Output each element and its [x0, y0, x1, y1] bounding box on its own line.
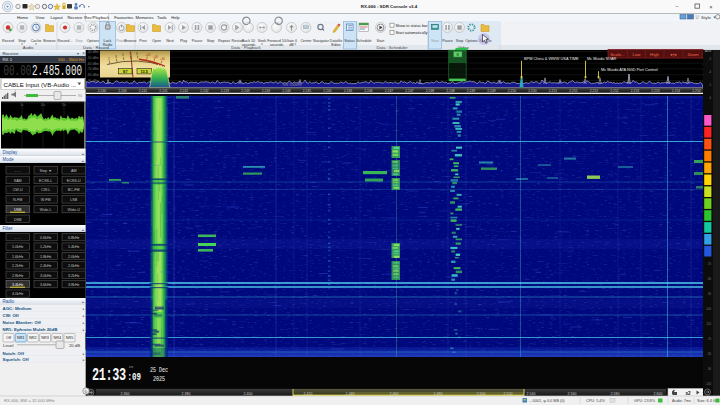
svg-text:UTC: UTC: [129, 365, 133, 368]
svg-text:Notch: Off: Notch: Off: [3, 351, 25, 356]
svg-text:Squelch: Off: Squelch: Off: [3, 357, 30, 362]
svg-text:Radio: Radio: [3, 299, 15, 304]
svg-text:-60 dBm: -60 dBm: [87, 62, 99, 66]
svg-text:Receive: Receive: [3, 51, 19, 56]
svg-text:-- 0001, ψ 0.0 MB (0): -- 0001, ψ 0.0 MB (0): [529, 399, 565, 403]
svg-text:-90: -90: [707, 292, 711, 296]
svg-text:1.6kHz: 1.6kHz: [12, 255, 24, 259]
svg-text:Record: Record: [2, 39, 14, 43]
svg-text:W-FM: W-FM: [41, 198, 51, 202]
svg-text:N-FM: N-FM: [13, 198, 22, 202]
svg-text:Mode: Mode: [3, 157, 15, 162]
svg-text:▸: ▸: [83, 358, 85, 362]
svg-text:▴: ▴: [82, 152, 84, 156]
svg-text:-6: -6: [709, 96, 712, 100]
svg-text:Mc Murdo SOAR: Mc Murdo SOAR: [587, 56, 617, 61]
svg-text:2.246: 2.246: [344, 89, 352, 93]
svg-text:2.252: 2.252: [610, 89, 618, 93]
svg-text:2.400: 2.400: [244, 392, 253, 396]
svg-text:Wide-L: Wide-L: [40, 208, 52, 212]
svg-text:Data : Playback: Data : Playback: [231, 45, 261, 50]
svg-text:2.247: 2.247: [405, 89, 413, 93]
svg-text:25 Dec: 25 Dec: [150, 366, 168, 374]
svg-text:Play: Play: [180, 39, 187, 43]
svg-text:Help: Help: [171, 15, 180, 20]
svg-text:Audio: Audio: [23, 45, 34, 50]
svg-text:-80 dBm: -80 dBm: [87, 73, 99, 77]
svg-text:Favourites: Favourites: [114, 15, 133, 20]
svg-text:1.8kHz: 1.8kHz: [40, 255, 52, 259]
svg-text:RX-666, BW = 32.000 MHz: RX-666, BW = 32.000 MHz: [4, 398, 55, 403]
svg-text:Zoom: Zoom: [687, 52, 699, 57]
svg-text:CW: Off: CW: Off: [3, 313, 20, 318]
svg-text:Seek: Seek: [258, 39, 267, 43]
svg-text:2.520: 2.520: [504, 392, 513, 396]
svg-text:Audio: 7ms: Audio: 7ms: [672, 399, 691, 403]
svg-text:Next: Next: [166, 39, 174, 43]
svg-text:▾: ▾: [77, 51, 79, 56]
svg-text:20 dB: 20 dB: [69, 343, 80, 348]
svg-text:2.360: 2.360: [121, 392, 130, 396]
svg-text:↻: ↻: [84, 389, 87, 394]
svg-text:AM: AM: [71, 169, 77, 173]
svg-text:2.540: 2.540: [527, 392, 536, 396]
svg-text:NR2: NR2: [29, 336, 37, 340]
svg-text:DSB: DSB: [14, 218, 22, 222]
svg-text:RX 1: RX 1: [3, 57, 13, 62]
svg-text:Mc Murdo ATA NGD Port Control: Mc Murdo ATA NGD Port Control: [601, 67, 658, 72]
svg-text:2025: 2025: [153, 375, 165, 383]
svg-text:▴: ▴: [82, 228, 84, 232]
svg-text:Show in status bar: Show in status bar: [396, 23, 429, 28]
svg-text:ECSS-L: ECSS-L: [39, 179, 52, 183]
svg-text:2.0kHz: 2.0kHz: [68, 255, 80, 259]
svg-text:-90: -90: [707, 367, 711, 371]
svg-text:2.240: 2.240: [98, 89, 106, 93]
svg-text:Navigator: Navigator: [313, 39, 330, 43]
svg-text:2.580: 2.580: [611, 392, 620, 396]
svg-text:Prev: Prev: [139, 39, 147, 43]
svg-text:USB: USB: [14, 208, 22, 212]
svg-text:BPM China & WWW USA TIME: BPM China & WWW USA TIME: [524, 56, 579, 61]
svg-text:View: View: [36, 15, 45, 20]
svg-text:Start: Start: [431, 39, 439, 43]
svg-text:-80: -80: [707, 277, 711, 281]
svg-text:Repeat: Repeat: [218, 39, 230, 43]
svg-text:NR5: NR5: [66, 336, 74, 340]
svg-text:-70 dBm: -70 dBm: [87, 67, 99, 71]
svg-text:High: High: [650, 52, 660, 57]
svg-text:CW-L: CW-L: [41, 188, 50, 192]
svg-text:3: 3: [115, 55, 117, 59]
svg-text:2.6kHz: 2.6kHz: [68, 264, 80, 268]
svg-text:15s: 15s: [62, 103, 67, 107]
svg-text:+20: +20: [145, 53, 150, 57]
svg-text:2.420: 2.420: [304, 392, 313, 396]
svg-text:- - -: - - -: [15, 169, 22, 173]
svg-text:Receive: Receive: [67, 15, 83, 20]
svg-text:2.254: 2.254: [692, 89, 700, 93]
svg-text:3.4kHz: 3.4kHz: [12, 283, 24, 287]
svg-text:+60: +60: [160, 57, 165, 61]
svg-text:2.250: 2.250: [508, 89, 516, 93]
svg-text:2.440: 2.440: [346, 392, 355, 396]
svg-text:2.254: 2.254: [672, 89, 680, 93]
svg-text:-40 dBm: -40 dBm: [87, 50, 99, 54]
svg-text:1.0kHz: 1.0kHz: [12, 245, 24, 249]
svg-text:-110: -110: [706, 322, 712, 326]
svg-text:0.6kHz: 0.6kHz: [40, 236, 52, 240]
svg-text:▴: ▴: [82, 159, 84, 163]
svg-text:CABLE Input (VB-Audio ...: CABLE Input (VB-Audio ...: [4, 81, 77, 88]
svg-text:2.4kHz: 2.4kHz: [40, 264, 52, 268]
svg-text:▸: ▸: [83, 328, 85, 332]
svg-text:Browse: Browse: [124, 39, 136, 43]
svg-text:▸: ▸: [83, 307, 85, 311]
svg-text:Pause: Pause: [442, 39, 452, 43]
svg-text:Tools: Tools: [157, 15, 167, 20]
svg-text:Stop: Stop: [18, 39, 26, 43]
svg-text:2.249: 2.249: [467, 89, 475, 93]
svg-text:2.243: 2.243: [221, 89, 229, 93]
svg-text:2.248: 2.248: [426, 89, 434, 93]
svg-text:3.2kHz: 3.2kHz: [68, 274, 80, 278]
svg-text:Low: Low: [632, 52, 641, 57]
svg-text:21:33: 21:33: [92, 364, 126, 385]
svg-text:-100: -100: [705, 382, 711, 386]
